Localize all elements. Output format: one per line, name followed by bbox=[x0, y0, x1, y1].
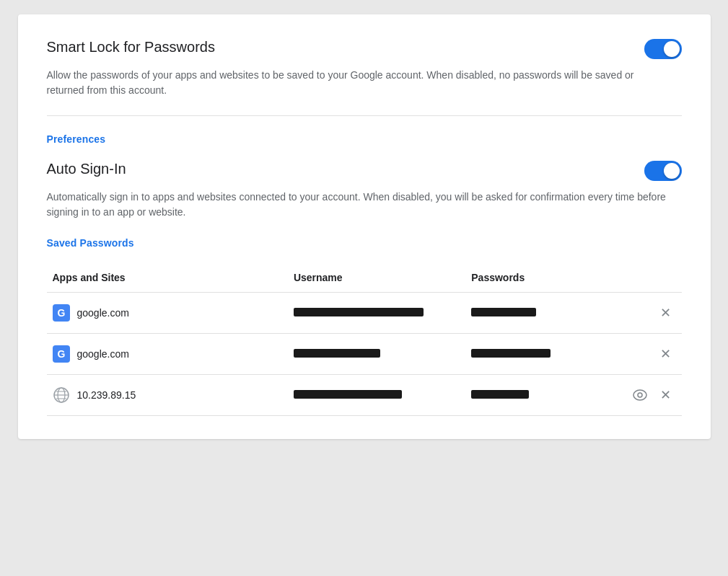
divider-1 bbox=[47, 115, 682, 116]
col-header-password: Passwords bbox=[465, 263, 618, 293]
passwords-table: Apps and Sites Username Passwords G bbox=[47, 263, 682, 416]
site-cell-wrapper-3: 10.239.89.15 bbox=[53, 386, 282, 404]
auto-signin-toggle[interactable] bbox=[644, 161, 682, 181]
redacted-username-1 bbox=[294, 308, 424, 316]
smart-lock-row: Smart Lock for Passwords bbox=[47, 37, 682, 59]
site-cell-wrapper-1: G google.com bbox=[53, 304, 282, 322]
table-row: 10.239.89.15 bbox=[47, 375, 682, 416]
action-cell-2: ✕ bbox=[618, 334, 681, 375]
saved-passwords-label: Saved Passwords bbox=[47, 237, 682, 249]
redacted-password-2 bbox=[471, 349, 551, 358]
table-row: G google.com ✕ bbox=[47, 334, 682, 375]
auto-signin-toggle-thumb bbox=[664, 163, 680, 179]
show-password-button-3[interactable] bbox=[630, 385, 650, 405]
password-cell-2 bbox=[465, 334, 618, 375]
action-wrapper-1: ✕ bbox=[623, 303, 675, 323]
action-cell-3: ✕ bbox=[618, 375, 681, 416]
smart-lock-toggle[interactable] bbox=[644, 39, 682, 59]
svg-text:G: G bbox=[57, 307, 65, 319]
delete-button-3[interactable]: ✕ bbox=[656, 385, 676, 405]
password-cell-3 bbox=[465, 375, 618, 416]
smart-lock-title: Smart Lock for Passwords bbox=[47, 37, 215, 56]
col-header-username: Username bbox=[288, 263, 465, 293]
action-wrapper-3: ✕ bbox=[623, 385, 675, 405]
site-cell-3: 10.239.89.15 bbox=[47, 375, 288, 416]
site-cell-wrapper-2: G google.com bbox=[53, 345, 282, 363]
smart-lock-description: Allow the passwords of your apps and web… bbox=[47, 68, 667, 98]
auto-signin-toggle-track[interactable] bbox=[644, 161, 682, 181]
svg-text:G: G bbox=[57, 348, 65, 360]
redacted-password-1 bbox=[471, 308, 536, 316]
google-icon-2: G bbox=[53, 345, 70, 363]
col-header-action bbox=[618, 263, 681, 293]
smart-lock-toggle-track[interactable] bbox=[644, 39, 682, 59]
main-card: Smart Lock for Passwords Allow the passw… bbox=[18, 14, 711, 439]
globe-icon-3 bbox=[53, 386, 70, 404]
redacted-username-3 bbox=[294, 390, 402, 399]
table-row: G google.com ✕ bbox=[47, 293, 682, 334]
username-cell-1 bbox=[288, 293, 465, 334]
delete-button-2[interactable]: ✕ bbox=[656, 344, 676, 364]
site-cell-2: G google.com bbox=[47, 334, 288, 375]
action-cell-1: ✕ bbox=[618, 293, 681, 334]
google-icon-1: G bbox=[53, 304, 70, 322]
password-cell-1 bbox=[465, 293, 618, 334]
preferences-label: Preferences bbox=[47, 133, 682, 145]
redacted-password-3 bbox=[471, 390, 529, 399]
svg-point-9 bbox=[633, 390, 646, 400]
site-cell-1: G google.com bbox=[47, 293, 288, 334]
site-name-1: google.com bbox=[77, 307, 129, 319]
smart-lock-toggle-thumb bbox=[664, 41, 680, 57]
auto-signin-title: Auto Sign-In bbox=[47, 159, 126, 178]
site-name-2: google.com bbox=[77, 348, 129, 360]
action-wrapper-2: ✕ bbox=[623, 344, 675, 364]
svg-point-10 bbox=[638, 393, 642, 397]
site-name-3: 10.239.89.15 bbox=[77, 389, 136, 401]
auto-signin-description: Automatically sign in to apps and websit… bbox=[47, 190, 667, 220]
col-header-site: Apps and Sites bbox=[47, 263, 288, 293]
redacted-username-2 bbox=[294, 349, 380, 358]
username-cell-3 bbox=[288, 375, 465, 416]
auto-signin-row: Auto Sign-In bbox=[47, 159, 682, 181]
username-cell-2 bbox=[288, 334, 465, 375]
delete-button-1[interactable]: ✕ bbox=[656, 303, 676, 323]
table-header-row: Apps and Sites Username Passwords bbox=[47, 263, 682, 293]
